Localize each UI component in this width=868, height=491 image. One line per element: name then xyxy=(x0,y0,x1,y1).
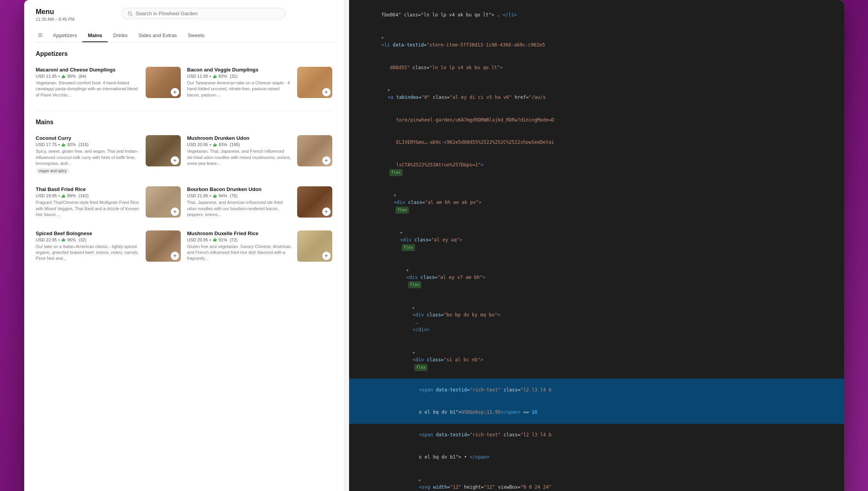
item-image-container: + xyxy=(297,230,332,262)
add-to-cart-button[interactable]: + xyxy=(322,156,331,165)
section-divider xyxy=(36,111,332,111)
mains-section-title: Mains xyxy=(36,119,332,126)
panel-divider xyxy=(344,0,349,491)
thumbs-up-icon xyxy=(61,74,66,79)
item-price: USD 11.95 xyxy=(36,74,57,79)
devtools-line[interactable]: tore/pinwheel-garden/uKA7mgd9QRWBlajkd_R… xyxy=(349,109,844,132)
devtools-line-highlighted[interactable]: <span data-testid="rich-text" class="l2 … xyxy=(349,379,844,401)
item-name: Bourbon Bacon Drunken Udon xyxy=(187,186,292,192)
appetizers-grid: Macaroni and Cheese Dumplings USD 11.95 … xyxy=(36,64,332,101)
list-view-icon[interactable] xyxy=(36,29,45,42)
thumbs-up-icon xyxy=(213,237,217,242)
tab-mains[interactable]: Mains xyxy=(82,29,108,42)
item-meta: USD 21.95 • 94% (75) xyxy=(187,193,292,198)
item-meta: USD 20.95 • 91% (72) xyxy=(187,237,292,242)
item-meta: USD 20.95 • 83% (195) xyxy=(187,142,292,147)
item-rating: 91% xyxy=(219,237,227,242)
thumbs-up-icon xyxy=(213,143,217,147)
devtools-line[interactable]: ELIVERY&mo…-ab9c-c962e5d88d55%2522%252C%… xyxy=(349,131,844,154)
devtools-line[interactable]: <div class="si al bc nb"> flex xyxy=(349,341,844,379)
expand-triangle[interactable] xyxy=(413,349,417,356)
flex-badge: flex xyxy=(408,281,421,288)
item-description: Gluten free and vegetarian. Savory Chine… xyxy=(187,244,292,262)
item-description: Spicy, sweet, gluten free, and vegan. Th… xyxy=(36,148,141,166)
item-dot: • xyxy=(210,193,211,198)
expand-triangle[interactable] xyxy=(400,229,405,236)
item-name: Mushroom Duxelle Fried Rice xyxy=(187,230,292,236)
devtools-line[interactable]: fbe064" class="ln lo lp v4 ak bu qo lt">… xyxy=(349,4,844,27)
menu-title: Menu xyxy=(36,8,75,16)
item-count: (31) xyxy=(229,74,238,79)
devtools-panel: fbe064" class="ln lo lp v4 ak bu qo lt">… xyxy=(349,0,844,491)
devtools-line[interactable]: o el bq dv b1"> • </span> xyxy=(349,446,844,469)
expand-triangle[interactable] xyxy=(381,34,386,41)
item-rating: 94% xyxy=(219,193,227,198)
list-item: Bacon and Veggie Dumplings USD 11.95 • 8… xyxy=(187,64,332,101)
menu-item-info: Bacon and Veggie Dumplings USD 11.95 • 8… xyxy=(187,67,292,98)
item-price: USD 20.95 xyxy=(187,237,208,242)
item-dot: • xyxy=(210,237,211,242)
item-description: Thai, Japanese, and American influenced … xyxy=(187,200,292,218)
item-meta: USD 22.95 • 96% (32) xyxy=(36,237,141,242)
item-description: Our Taiwanese-American take on a Chinese… xyxy=(187,80,292,98)
menu-item-info: Spiced Beef Bolognese USD 22.95 • 96% (3… xyxy=(36,230,141,262)
item-count: (195) xyxy=(229,142,240,147)
add-to-cart-button[interactable]: + xyxy=(322,252,331,260)
list-item: Mushroom Drunken Udon USD 20.95 • 83% (1… xyxy=(187,132,332,177)
flex-badge: flex xyxy=(414,364,428,371)
item-name: Bacon and Veggie Dumplings xyxy=(187,67,292,73)
devtools-line[interactable]: <div class="al ey aq"> flex xyxy=(349,221,844,259)
tab-drinks[interactable]: Drinks xyxy=(108,29,133,42)
add-to-cart-button[interactable]: + xyxy=(171,252,179,260)
devtools-line[interactable]: <li data-testid="store-item-5ff38d13-1c9… xyxy=(349,27,844,57)
list-item: Coconut Curry USD 17.75 • 92% (315) Spic… xyxy=(36,132,181,177)
item-name: Coconut Curry xyxy=(36,135,141,141)
devtools-line[interactable]: d88d55" class="ln lo lp v4 ak bu qo lt"> xyxy=(349,56,844,79)
add-to-cart-button[interactable]: + xyxy=(171,88,179,96)
tab-appetizers[interactable]: Appetizers xyxy=(48,29,82,42)
item-description: Fragrant Thai/Chinese-style fried Multig… xyxy=(36,200,141,218)
main-window: Menu 11:30 AM – 8:45 PM xyxy=(24,0,844,491)
item-description: Vegetarian. Thai, Japanese, and French i… xyxy=(187,148,292,166)
item-dot: • xyxy=(58,74,60,79)
expand-triangle[interactable] xyxy=(388,86,392,94)
appetizers-section-title: Appetizers xyxy=(36,50,332,57)
item-count: (64) xyxy=(77,74,86,79)
tab-sweets[interactable]: Sweets xyxy=(182,29,210,42)
expand-triangle[interactable] xyxy=(406,266,411,274)
menu-item-info: Bourbon Bacon Drunken Udon USD 21.95 • 9… xyxy=(187,186,292,218)
devtools-line[interactable]: lsCTA%2522%253Atrue%257D&ps=1"> flex xyxy=(349,154,844,184)
expand-triangle[interactable] xyxy=(394,191,399,199)
devtools-line[interactable]: <div class="bo bp du ky mq bu"> … </div> xyxy=(349,296,844,341)
expand-triangle[interactable] xyxy=(419,476,424,484)
nav-tabs: Appetizers Mains Drinks Sides and Extras… xyxy=(36,29,332,43)
svg-line-1 xyxy=(131,14,132,16)
add-to-cart-button[interactable]: + xyxy=(322,88,331,96)
devtools-line[interactable]: <span data-testid="rich-text" class="l2 … xyxy=(349,424,844,446)
devtools-line[interactable]: <a tabindex="0" class="al ey di ci v5 ha… xyxy=(349,79,844,109)
add-to-cart-button[interactable]: + xyxy=(171,156,179,165)
item-rating: 90% xyxy=(67,74,76,79)
menu-item-info: Mushroom Drunken Udon USD 20.95 • 83% (1… xyxy=(187,135,292,166)
item-image-container: + xyxy=(146,186,181,218)
thumbs-up-icon xyxy=(61,143,66,147)
item-name: Mushroom Drunken Udon xyxy=(187,135,292,141)
devtools-line[interactable]: <div class="al am bh ae ak pv"> flex xyxy=(349,184,844,221)
search-input[interactable] xyxy=(136,11,280,16)
menu-hours: 11:30 AM – 8:45 PM xyxy=(36,17,75,21)
item-meta: USD 17.75 • 92% (315) xyxy=(36,142,141,147)
add-to-cart-button[interactable]: + xyxy=(322,207,331,216)
devtools-line[interactable]: <div class="al ey v7 am bh"> flex xyxy=(349,259,844,296)
item-rating: 92% xyxy=(67,142,76,147)
devtools-line-highlighted[interactable]: o el bq dv b1">USD&nbsp;11.95</span> == … xyxy=(349,401,844,424)
thumbs-up-icon xyxy=(213,194,217,198)
item-count: (32) xyxy=(77,237,86,242)
item-meta: USD 11.95 • 90% (64) xyxy=(36,74,141,79)
tab-sides-extras[interactable]: Sides and Extras xyxy=(133,29,182,42)
list-item: Spiced Beef Bolognese USD 22.95 • 96% (3… xyxy=(36,227,181,265)
expand-triangle[interactable] xyxy=(413,304,417,311)
menu-item-info: Macaroni and Cheese Dumplings USD 11.95 … xyxy=(36,67,141,98)
flex-badge: flex xyxy=(402,244,415,251)
devtools-line[interactable]: <svg width="12" height="12" viewBox="0 0… xyxy=(349,469,844,491)
item-image-container: + xyxy=(146,135,181,166)
